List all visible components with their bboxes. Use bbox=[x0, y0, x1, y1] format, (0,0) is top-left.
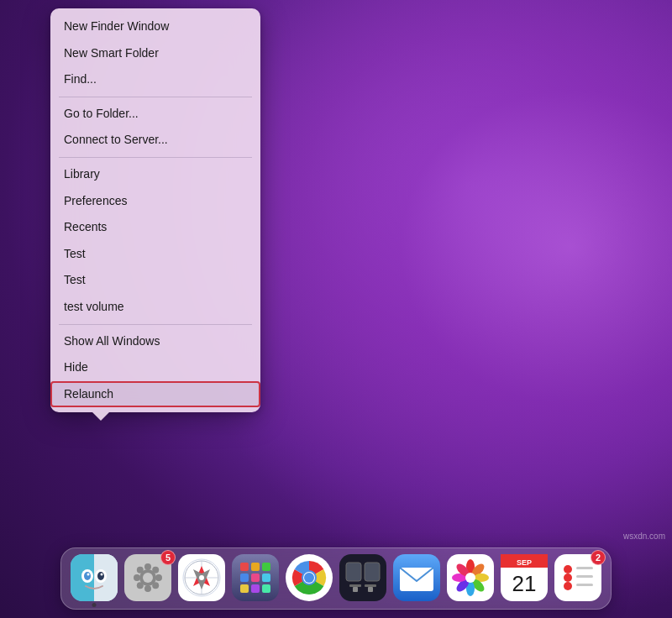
svg-point-11 bbox=[143, 573, 153, 583]
menu-item-recents[interactable]: Recents bbox=[50, 214, 260, 241]
menu-item-new-smart-folder[interactable]: New Smart Folder bbox=[50, 40, 260, 67]
svg-rect-36 bbox=[251, 584, 260, 593]
menu-item-test-volume[interactable]: test volume bbox=[50, 294, 260, 321]
svg-rect-47 bbox=[365, 584, 376, 587]
svg-rect-74 bbox=[576, 584, 593, 586]
menu-item-test-1[interactable]: Test bbox=[50, 241, 260, 268]
menu-item-relaunch[interactable]: Relaunch bbox=[50, 381, 260, 408]
svg-point-13 bbox=[152, 567, 159, 573]
svg-rect-49 bbox=[368, 587, 373, 592]
svg-point-42 bbox=[304, 573, 314, 583]
menu-item-test-2[interactable]: Test bbox=[50, 267, 260, 294]
svg-point-5 bbox=[84, 572, 91, 580]
svg-point-15 bbox=[152, 582, 159, 589]
svg-rect-72 bbox=[576, 575, 593, 578]
menu-item-new-finder-window[interactable]: New Finder Window bbox=[50, 13, 260, 40]
launchpad-svg bbox=[232, 554, 279, 601]
svg-point-71 bbox=[564, 573, 572, 582]
dock-icon-finder[interactable] bbox=[70, 553, 118, 602]
mirror-svg bbox=[339, 554, 386, 601]
svg-point-18 bbox=[134, 574, 140, 581]
svg-point-7 bbox=[87, 573, 90, 576]
mail-svg bbox=[393, 554, 440, 601]
svg-point-6 bbox=[97, 572, 104, 580]
dock-indicator-finder bbox=[92, 603, 97, 607]
dock-icon-mirror[interactable] bbox=[339, 553, 387, 602]
menu-item-go-to-folder[interactable]: Go to Folder... bbox=[50, 101, 260, 128]
context-menu: New Finder WindowNew Smart FolderFind...… bbox=[50, 8, 260, 412]
svg-rect-44 bbox=[346, 563, 361, 581]
dock-badge-system-preferences: 5 bbox=[160, 550, 176, 565]
menu-separator bbox=[59, 324, 252, 325]
dock-icon-photos[interactable] bbox=[446, 553, 495, 602]
dock-badge-reminders: 2 bbox=[591, 550, 606, 565]
safari-svg bbox=[178, 554, 225, 601]
svg-rect-48 bbox=[353, 587, 358, 592]
svg-text:21: 21 bbox=[512, 571, 537, 596]
menu-item-connect-to-server[interactable]: Connect to Server... bbox=[50, 127, 260, 154]
dock: 5 bbox=[0, 542, 672, 618]
svg-rect-29 bbox=[240, 563, 249, 571]
menu-item-hide[interactable]: Hide bbox=[50, 354, 260, 381]
menu-separator bbox=[59, 157, 252, 158]
menu-item-preferences[interactable]: Preferences bbox=[50, 188, 260, 215]
dock-container: 5 bbox=[60, 547, 612, 610]
svg-text:SEP: SEP bbox=[517, 558, 532, 567]
menu-separator bbox=[59, 97, 252, 97]
svg-point-19 bbox=[137, 567, 144, 573]
svg-point-27 bbox=[199, 575, 204, 580]
watermark: wsxdn.com bbox=[623, 532, 665, 541]
svg-point-73 bbox=[564, 582, 572, 590]
svg-point-8 bbox=[101, 573, 103, 576]
svg-point-12 bbox=[144, 563, 151, 570]
svg-rect-70 bbox=[576, 567, 593, 569]
dock-icon-reminders[interactable]: 2 bbox=[554, 553, 602, 602]
dock-icon-system-preferences[interactable]: 5 bbox=[123, 553, 172, 602]
svg-rect-30 bbox=[251, 563, 260, 571]
dock-icon-safari[interactable] bbox=[177, 553, 226, 602]
svg-point-14 bbox=[155, 574, 162, 581]
svg-rect-45 bbox=[365, 563, 380, 581]
svg-rect-31 bbox=[262, 563, 270, 571]
svg-rect-33 bbox=[251, 573, 260, 582]
chrome-svg bbox=[286, 554, 333, 601]
svg-point-17 bbox=[137, 582, 144, 589]
svg-rect-46 bbox=[349, 584, 361, 587]
svg-rect-35 bbox=[240, 584, 249, 593]
menu-item-library[interactable]: Library bbox=[50, 161, 260, 188]
calendar-svg: SEP 21 bbox=[501, 554, 548, 601]
menu-item-find[interactable]: Find... bbox=[50, 66, 260, 93]
svg-rect-37 bbox=[262, 584, 270, 593]
dock-icon-mail[interactable] bbox=[392, 553, 441, 602]
svg-rect-34 bbox=[262, 573, 270, 582]
svg-point-16 bbox=[144, 585, 151, 592]
dock-icon-launchpad[interactable] bbox=[231, 553, 280, 602]
dock-icon-chrome[interactable] bbox=[285, 553, 333, 602]
finder-svg bbox=[71, 554, 118, 601]
photos-svg bbox=[447, 554, 494, 601]
dock-icon-calendar[interactable]: SEP 21 bbox=[500, 553, 549, 602]
menu-item-show-all-windows[interactable]: Show All Windows bbox=[50, 328, 260, 355]
svg-point-69 bbox=[564, 565, 572, 573]
svg-point-61 bbox=[465, 573, 475, 583]
svg-rect-32 bbox=[240, 573, 249, 582]
